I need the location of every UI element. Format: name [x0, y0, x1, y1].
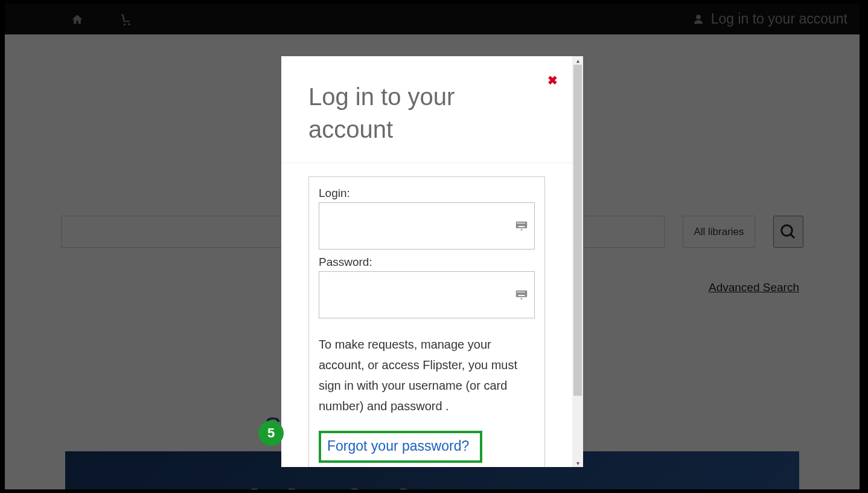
modal-header: ✖ Log in to your account: [281, 56, 572, 163]
svg-rect-10: [517, 292, 519, 293]
topbar-login-link[interactable]: Log in to your account: [693, 11, 847, 27]
login-label: Login:: [319, 187, 535, 200]
scrollbar-thumb[interactable]: [573, 65, 582, 396]
password-label: Password:: [319, 256, 535, 269]
tutorial-step-badge: 5: [258, 420, 284, 446]
svg-rect-12: [520, 292, 522, 293]
scroll-up-icon[interactable]: ▴: [572, 56, 583, 65]
svg-rect-9: [516, 291, 527, 297]
modal-body: Login: Password: To make reque: [281, 163, 572, 467]
keyboard-icon: [515, 288, 528, 301]
svg-rect-13: [522, 292, 523, 293]
modal-scrollbar[interactable]: ▴ ▾: [572, 56, 583, 467]
modal-scroll[interactable]: ✖ Log in to your account Login: Password…: [281, 56, 572, 467]
svg-rect-5: [520, 223, 522, 224]
svg-line-1: [791, 234, 794, 237]
topbar-login-text: Log in to your account: [711, 11, 847, 27]
library-filter-select[interactable]: All libraries: [683, 216, 755, 248]
library-filter-label: All libraries: [694, 226, 744, 238]
topbar: Log in to your account: [5, 4, 860, 34]
svg-rect-15: [519, 295, 525, 296]
svg-rect-11: [519, 292, 520, 293]
forgot-password-link[interactable]: Forgot your password?: [327, 438, 469, 454]
svg-rect-14: [524, 292, 525, 293]
tutorial-step-number: 5: [267, 425, 275, 441]
login-input[interactable]: [319, 202, 535, 250]
search-button[interactable]: [773, 216, 803, 248]
home-icon[interactable]: [71, 13, 83, 25]
svg-rect-7: [524, 223, 525, 224]
svg-rect-4: [519, 223, 520, 224]
advanced-search-link[interactable]: Advanced Search: [709, 281, 799, 294]
close-icon[interactable]: ✖: [547, 73, 558, 88]
user-icon: [693, 14, 704, 25]
scroll-down-icon[interactable]: ▾: [572, 459, 583, 467]
svg-point-0: [782, 225, 793, 236]
keyboard-icon: [515, 219, 528, 233]
login-form: Login: Password: To make reque: [308, 176, 545, 467]
modal-title: Log in to your account: [308, 80, 545, 146]
forgot-password-highlight: Forgot your password?: [319, 431, 482, 463]
svg-rect-2: [516, 222, 527, 228]
login-modal: ✖ Log in to your account Login: Password…: [281, 56, 583, 467]
banner-text: Best Adult Fiction 2021: [101, 481, 566, 489]
svg-rect-3: [517, 223, 519, 224]
cart-icon[interactable]: [120, 13, 133, 25]
viewport: Log in to your account All libraries Adv…: [0, 0, 868, 493]
password-input[interactable]: [319, 271, 535, 318]
svg-rect-8: [519, 226, 525, 227]
login-instructions: To make requests, manage your account, o…: [319, 334, 535, 416]
svg-rect-6: [522, 223, 523, 224]
